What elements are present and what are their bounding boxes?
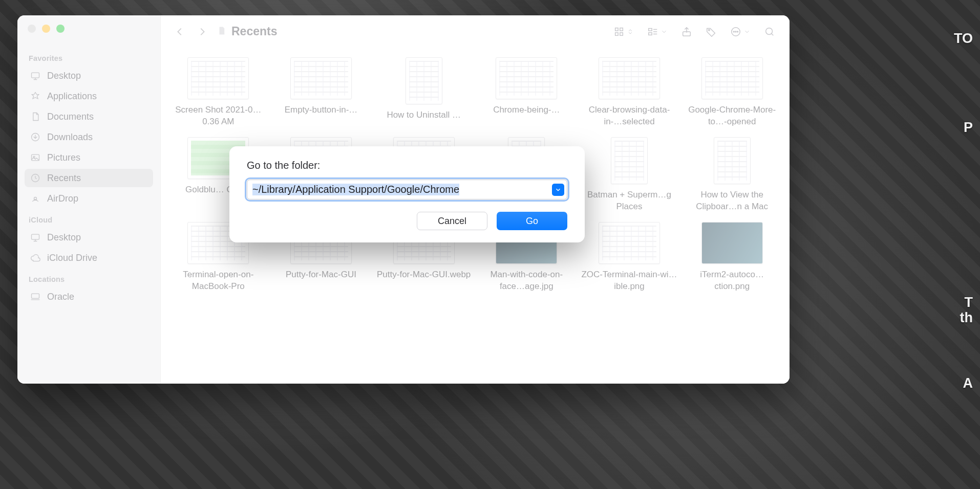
sidebar-item-oracle[interactable]: Oracle bbox=[25, 287, 153, 306]
forward-button[interactable] bbox=[195, 24, 210, 39]
sidebar-item-applications[interactable]: Applications bbox=[25, 87, 153, 105]
search-button[interactable] bbox=[761, 24, 778, 39]
documents-icon bbox=[30, 111, 41, 122]
group-button[interactable] bbox=[644, 24, 671, 39]
sidebar-section-icloud: iCloud bbox=[25, 213, 153, 226]
cancel-label: Cancel bbox=[438, 216, 466, 227]
tags-button[interactable] bbox=[702, 24, 720, 39]
sidebar-item-label: Oracle bbox=[47, 292, 74, 302]
file-item[interactable]: How to View the Clipboar…n a Mac bbox=[684, 137, 780, 213]
file-name: iTerm2-autoco…ction.png bbox=[684, 269, 780, 293]
edge-text: T bbox=[965, 295, 973, 310]
document-icon bbox=[217, 25, 226, 38]
cancel-button[interactable]: Cancel bbox=[417, 212, 487, 230]
go-button[interactable]: Go bbox=[497, 212, 567, 230]
sidebar-item-label: Desktop bbox=[47, 71, 81, 81]
file-name: Clear-browsing-data-in-…selected bbox=[581, 104, 678, 128]
svg-rect-13 bbox=[649, 32, 652, 35]
file-name: Man-with-code-on-face…age.jpg bbox=[478, 269, 575, 293]
pictures-icon bbox=[30, 152, 41, 163]
file-name: Putty-for-Mac-GUI bbox=[286, 269, 356, 281]
applications-icon bbox=[30, 91, 41, 102]
svg-rect-8 bbox=[615, 28, 619, 31]
file-name: Batman + Superm…g Places bbox=[581, 189, 678, 213]
sidebar-item-airdrop[interactable]: AirDrop bbox=[25, 189, 153, 208]
file-item[interactable]: Batman + Superm…g Places bbox=[581, 137, 678, 213]
dialog-button-row: Cancel Go bbox=[247, 212, 567, 230]
file-name: Google-Chrome-More-to…-opened bbox=[684, 104, 780, 128]
svg-point-15 bbox=[709, 29, 710, 31]
sidebar-item-pictures[interactable]: Pictures bbox=[25, 148, 153, 167]
sidebar-item-downloads[interactable]: Downloads bbox=[25, 128, 153, 146]
file-item[interactable]: ZOC-Terminal-main-wi…ible.png bbox=[581, 222, 678, 293]
svg-rect-9 bbox=[620, 28, 623, 31]
airdrop-icon bbox=[30, 193, 41, 204]
file-item[interactable]: iTerm2-autoco…ction.png bbox=[684, 222, 780, 293]
close-button[interactable] bbox=[28, 25, 36, 33]
sidebar-item-desktop[interactable]: Desktop bbox=[25, 66, 153, 85]
svg-rect-10 bbox=[615, 32, 619, 35]
file-item[interactable]: Empty-button-in-… bbox=[273, 57, 370, 128]
file-item[interactable]: Clear-browsing-data-in-…selected bbox=[581, 57, 678, 128]
sidebar-item-label: Desktop bbox=[47, 232, 81, 243]
recents-icon bbox=[30, 172, 41, 184]
edge-text: th bbox=[960, 310, 973, 326]
sidebar-item-label: iCloud Drive bbox=[47, 253, 97, 263]
minimize-button[interactable] bbox=[42, 25, 50, 33]
view-mode-button[interactable] bbox=[610, 24, 637, 39]
file-name: Empty-button-in-… bbox=[285, 104, 358, 116]
sidebar-item-icloud-drive[interactable]: iCloud Drive bbox=[25, 249, 153, 267]
sidebar-item-label: Downloads bbox=[47, 132, 93, 143]
file-name: ZOC-Terminal-main-wi…ible.png bbox=[581, 269, 678, 293]
go-to-folder-dialog: Go to the folder: Cancel Go bbox=[229, 146, 585, 242]
sidebar-item-documents[interactable]: Documents bbox=[25, 107, 153, 126]
history-dropdown-button[interactable] bbox=[552, 184, 564, 196]
finder-toolbar: Recents bbox=[161, 15, 790, 48]
sidebar-item-label: Documents bbox=[47, 112, 94, 122]
svg-rect-12 bbox=[649, 28, 652, 31]
sidebar-section-favorites: Favorites bbox=[25, 51, 153, 64]
file-item[interactable]: How to Uninstall … bbox=[375, 57, 472, 128]
desktop-icon bbox=[30, 70, 41, 81]
go-label: Go bbox=[526, 216, 538, 227]
window-controls bbox=[25, 25, 153, 33]
dialog-title: Go to the folder: bbox=[247, 160, 567, 171]
finder-sidebar: Favorites Desktop Applications Documents… bbox=[17, 15, 161, 384]
folder-path-combo bbox=[247, 180, 567, 199]
location-title: Recents bbox=[217, 25, 277, 38]
file-name: Chrome-being-… bbox=[493, 104, 560, 116]
svg-point-17 bbox=[733, 31, 734, 32]
edge-text: P bbox=[964, 120, 973, 136]
sidebar-item-icloud-desktop[interactable]: Desktop bbox=[25, 228, 153, 247]
window-title: Recents bbox=[231, 25, 277, 38]
svg-rect-0 bbox=[32, 73, 39, 78]
sidebar-item-recents[interactable]: Recents bbox=[25, 169, 153, 187]
maximize-button[interactable] bbox=[56, 25, 65, 33]
file-name: Terminal-open-on-MacBook-Pro bbox=[170, 269, 267, 293]
sidebar-item-label: Pictures bbox=[47, 152, 80, 163]
file-name: How to View the Clipboar…n a Mac bbox=[684, 189, 780, 213]
file-name: Putty-for-Mac-GUI.webp bbox=[377, 269, 471, 281]
back-button[interactable] bbox=[172, 24, 187, 39]
file-item[interactable]: Screen Shot 2021-0…0.36 AM bbox=[170, 57, 267, 128]
file-item[interactable]: Chrome-being-… bbox=[478, 57, 575, 128]
file-name: How to Uninstall … bbox=[387, 109, 461, 121]
desktop-icon bbox=[30, 232, 41, 243]
edge-text: A bbox=[963, 375, 973, 391]
folder-path-input[interactable] bbox=[247, 180, 567, 199]
sidebar-item-label: Recents bbox=[47, 173, 81, 184]
svg-point-19 bbox=[737, 31, 738, 32]
file-item[interactable]: Google-Chrome-More-to…-opened bbox=[684, 57, 780, 128]
svg-point-18 bbox=[735, 31, 736, 32]
sidebar-section-locations: Locations bbox=[25, 272, 153, 285]
cloud-icon bbox=[30, 252, 41, 263]
more-button[interactable] bbox=[727, 24, 754, 39]
svg-point-20 bbox=[766, 28, 773, 34]
computer-icon bbox=[30, 291, 41, 302]
sidebar-item-label: Applications bbox=[47, 91, 97, 102]
share-button[interactable] bbox=[678, 24, 695, 39]
sidebar-item-label: AirDrop bbox=[47, 193, 78, 204]
file-name: Screen Shot 2021-0…0.36 AM bbox=[170, 104, 267, 128]
svg-rect-6 bbox=[32, 234, 39, 239]
edge-text: TO bbox=[954, 31, 973, 47]
